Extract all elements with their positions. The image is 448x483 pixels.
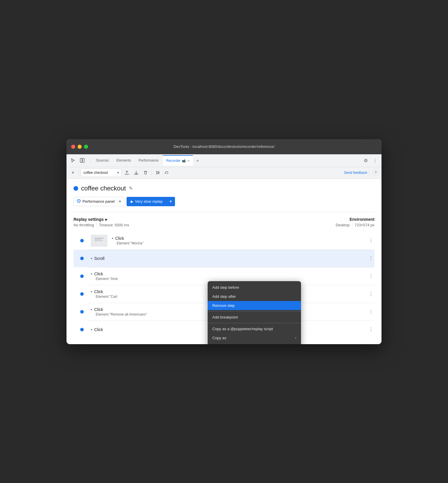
svg-rect-6 <box>94 240 103 241</box>
action-bar: Performance panel ▾ ▶ Very slow replay ▾ <box>74 197 374 206</box>
step-expand-icon: ▸ <box>91 290 92 293</box>
replay-label: Very slow replay <box>135 199 163 204</box>
step-thumbnail <box>91 235 107 246</box>
help-button[interactable]: ? <box>372 169 379 176</box>
step-detail: Element "Ame <box>91 277 368 281</box>
step-more-button[interactable]: ⋮ <box>368 326 374 333</box>
traffic-lights <box>71 145 88 149</box>
settings-expand-icon: ▸ <box>105 217 107 222</box>
context-menu-divider-2 <box>208 323 301 323</box>
step-content: ▸ Scroll <box>89 256 368 261</box>
toolbar-divider-3 <box>369 170 369 176</box>
step-detail: Element "Mocha" <box>112 241 368 245</box>
tab-sources[interactable]: Sources <box>92 155 112 166</box>
context-menu-item-add-breakpoint[interactable]: Add breakpoint <box>208 313 301 322</box>
step-more-button[interactable]: ⋮ <box>368 308 374 315</box>
settings-section: Replay settings ▸ No throttling Timeout:… <box>74 212 374 231</box>
copy-as-arrow-icon: › <box>295 336 296 340</box>
play-recording-icon[interactable] <box>153 169 162 177</box>
tab-close-icon[interactable]: × <box>188 159 189 162</box>
tab-divider-1 <box>90 158 91 163</box>
new-recording-icon[interactable]: + <box>69 169 77 177</box>
step-title[interactable]: ▸ Click <box>91 272 368 276</box>
tab-bar: Sources Elements Performance Recorder 📹 … <box>66 154 382 167</box>
steps-list: ▸ Click Element "Mocha" ⋮ <box>74 231 374 338</box>
copy-as-label: Copy as <box>212 336 226 340</box>
recording-select[interactable]: coffee checkout ▾ <box>81 169 122 177</box>
more-options-icon[interactable]: ⋮ <box>371 156 379 164</box>
replay-play-icon: ▶ <box>131 200 133 204</box>
context-menu-item-remove-step[interactable]: Remove step <box>208 301 301 310</box>
replay-chevron-icon: ▾ <box>170 199 172 204</box>
tab-performance[interactable]: Performance <box>135 155 162 166</box>
copy-puppeteer-label: Copy as a @puppeteer/replay script <box>212 327 273 331</box>
tab-elements[interactable]: Elements <box>113 155 134 166</box>
step-action-label: Click <box>94 289 103 294</box>
window-title: DevTools - localhost:8080/docs/devtools/… <box>174 144 274 149</box>
tab-icons <box>69 156 86 164</box>
step-content: ▸ Click Element "Ame <box>89 272 368 281</box>
step-expand-icon: ▸ <box>91 272 92 275</box>
step-more-button[interactable]: ⋮ <box>368 255 374 262</box>
table-row: ▸ Scroll ⋮ Add step before Add step afte… <box>74 250 374 267</box>
env-divider <box>352 223 352 227</box>
environment-title: Environment <box>336 217 374 222</box>
more-tabs-icon[interactable]: » <box>194 156 202 164</box>
settings-subtitle-divider <box>96 223 97 227</box>
context-menu-item-services[interactable]: Services › <box>208 342 301 344</box>
step-action-label: Click <box>94 272 103 276</box>
replay-icon[interactable] <box>163 169 171 177</box>
env-size-label: 723×574 px <box>355 223 374 227</box>
tab-recorder[interactable]: Recorder 📹 × <box>163 155 193 166</box>
panel-switch-icon[interactable] <box>78 156 86 164</box>
maximize-button[interactable] <box>84 145 88 149</box>
minimize-button[interactable] <box>78 145 82 149</box>
context-menu-item-add-after[interactable]: Add step after <box>208 292 301 301</box>
download-recording-icon[interactable] <box>132 169 140 177</box>
remove-step-label: Remove step <box>212 303 235 308</box>
recording-title: coffee checkout <box>81 185 126 192</box>
send-feedback-link[interactable]: Send feedback <box>344 171 367 175</box>
replay-settings-title[interactable]: Replay settings ▸ <box>74 217 129 222</box>
cursor-icon[interactable] <box>69 156 77 164</box>
environment-subtitle: Desktop 723×574 px <box>336 223 374 227</box>
performance-panel-icon <box>77 199 81 204</box>
replay-main-button[interactable]: ▶ Very slow replay <box>127 197 167 206</box>
main-content: coffee checkout ✎ Performance panel ▾ <box>66 179 382 344</box>
step-expand-icon: ▸ <box>91 308 92 311</box>
svg-rect-0 <box>80 158 82 162</box>
devtools-body: Sources Elements Performance Recorder 📹 … <box>66 154 382 344</box>
context-menu-item-copy-puppeteer[interactable]: Copy as a @puppeteer/replay script <box>208 324 301 333</box>
context-menu-divider-1 <box>208 311 301 312</box>
add-step-before-label: Add step before <box>212 285 239 290</box>
step-expand-icon: ▸ <box>112 237 113 240</box>
context-menu-item-add-before[interactable]: Add step before <box>208 283 301 292</box>
settings-right: Environment Desktop 723×574 px <box>336 217 374 227</box>
toolbar-divider-1 <box>79 170 79 176</box>
svg-rect-1 <box>83 158 84 162</box>
step-action-label: Click <box>94 327 103 332</box>
edit-title-icon[interactable]: ✎ <box>129 186 133 191</box>
step-action-label: Click <box>94 307 103 312</box>
toolbar: + coffee checkout ▾ <box>66 167 382 179</box>
step-more-button[interactable]: ⋮ <box>368 290 374 298</box>
recording-select-chevron-icon: ▾ <box>117 171 119 175</box>
step-title[interactable]: ▸ Click <box>112 236 368 241</box>
performance-panel-button[interactable]: Performance panel ▾ <box>74 197 124 206</box>
close-button[interactable] <box>71 145 75 149</box>
toolbar-divider-2 <box>151 170 152 176</box>
settings-gear-icon[interactable]: ⚙ <box>362 156 370 164</box>
delete-recording-icon[interactable] <box>141 169 150 177</box>
performance-panel-label: Performance panel <box>83 199 115 204</box>
upload-recording-icon[interactable] <box>123 169 131 177</box>
panel-dropdown-chevron-icon[interactable]: ▾ <box>117 199 121 204</box>
add-breakpoint-label: Add breakpoint <box>212 315 238 319</box>
step-more-button[interactable]: ⋮ <box>368 237 374 244</box>
context-menu-item-copy-as[interactable]: Copy as › <box>208 333 301 342</box>
env-desktop-label: Desktop <box>336 223 350 227</box>
step-title[interactable]: ▸ Scroll <box>91 256 368 261</box>
replay-dropdown-button[interactable]: ▾ <box>167 197 175 206</box>
step-more-button[interactable]: ⋮ <box>368 273 374 280</box>
devtools-window: DevTools - localhost:8080/docs/devtools/… <box>66 139 382 344</box>
step-expand-icon: ▸ <box>91 328 92 331</box>
